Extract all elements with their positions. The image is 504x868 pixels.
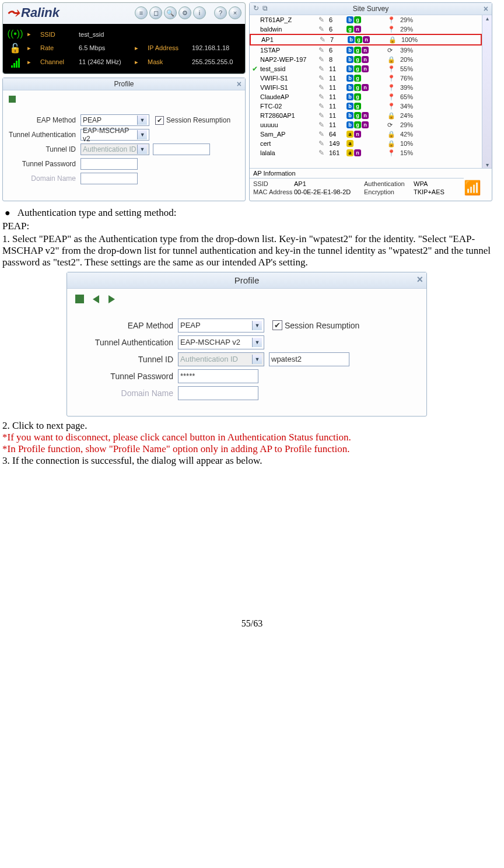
eap-method-label: EAP Method xyxy=(9,116,80,124)
survey-row[interactable]: FTC-02✎11bg📍34% xyxy=(250,102,482,111)
toolbar-list-icon[interactable]: ≡ xyxy=(135,6,148,19)
bullet-icon: ● xyxy=(5,207,10,219)
eap-method-label: EAP Method xyxy=(78,321,178,330)
tunnel-auth-select[interactable]: EAP-MSCHAP v2▼ xyxy=(80,129,149,141)
survey-row[interactable]: AP1✎7bgn🔒100% xyxy=(250,34,482,46)
survey-row[interactable]: ✔test_ssid✎11bgn📍55% xyxy=(250,64,482,74)
session-resumption-checkbox[interactable]: ✔ xyxy=(155,116,164,125)
tunnel-id-input[interactable]: wpatest2 xyxy=(269,352,349,366)
page-number: 55/63 xyxy=(2,618,502,629)
toolbar-info-icon[interactable]: i xyxy=(193,6,206,19)
survey-row[interactable]: RT61AP_Z✎6bg📍29% xyxy=(250,15,482,24)
session-resumption-label: Session Resumption xyxy=(285,321,359,330)
tunnel-password-input[interactable] xyxy=(80,158,138,170)
close-icon[interactable]: × xyxy=(237,79,242,89)
profile-window-big: Profile × EAP Method PEAP▼ ✔ Session Res… xyxy=(66,272,427,416)
profile-title: Profile xyxy=(235,275,260,285)
tunnel-id-input[interactable] xyxy=(153,144,210,155)
profile-tool-icon[interactable] xyxy=(9,96,16,103)
tunnel-id-type-select: Authentication ID▼ xyxy=(178,352,264,366)
toolbar-search-icon[interactable]: 🔍 xyxy=(164,6,177,19)
wifi-icon: 📶 xyxy=(464,180,481,196)
survey-row[interactable]: VWIFI-S1✎11bgn📍39% xyxy=(250,83,482,92)
survey-row[interactable]: uuuuu✎11bgn⟳29% xyxy=(250,120,482,130)
connection-info: ▸SSIDtest_ssid ▸Rate6.5 Mbps ▸IP Address… xyxy=(27,29,244,68)
close-icon[interactable]: × xyxy=(484,4,488,13)
toolbar-close-icon[interactable]: × xyxy=(229,6,242,19)
survey-list[interactable]: RT61AP_Z✎6bg📍29%baldwin✎6gn📍29%AP1✎7bgn🔒… xyxy=(250,15,482,168)
survey-row[interactable]: Sam_AP✎64an🔒42% xyxy=(250,130,482,139)
session-resumption-label: Session Resumption xyxy=(166,116,230,124)
chevron-down-icon[interactable]: ▼ xyxy=(137,130,147,139)
lock-open-icon: 🔓 xyxy=(9,43,21,54)
tunnel-id-label: Tunnel ID xyxy=(9,145,80,153)
domain-name-input[interactable] xyxy=(178,386,258,400)
session-resumption-checkbox[interactable]: ✔ xyxy=(272,320,282,330)
toolbar-gear-icon[interactable]: ⚙ xyxy=(178,6,191,19)
survey-row[interactable]: RT2860AP1✎11bgn🔒24% xyxy=(250,111,482,120)
next-arrow-icon[interactable] xyxy=(108,295,115,303)
close-icon[interactable]: × xyxy=(416,274,423,286)
chevron-down-icon[interactable]: ▼ xyxy=(137,116,147,125)
peap-heading: PEAP: xyxy=(2,220,502,232)
signal-bars xyxy=(11,57,20,68)
survey-row[interactable]: VWIFI-S1✎11bg📍76% xyxy=(250,74,482,83)
tunnel-auth-label: Tunnel Authentication xyxy=(78,338,178,347)
ap-info: SSIDAP1 AuthenticationWPA MAC Address00-… xyxy=(250,178,464,197)
tunnel-id-type-select: Authentication ID▼ xyxy=(80,144,149,155)
antenna-icon: ((•)) xyxy=(8,29,23,39)
eap-method-select[interactable]: PEAP▼ xyxy=(80,114,149,126)
survey-row[interactable]: baldwin✎6gn📍29% xyxy=(250,24,482,34)
toolbar-stop-icon[interactable]: ◻ xyxy=(149,6,162,19)
auth-heading: Authentication type and setting method: xyxy=(18,207,177,219)
tunnel-auth-label: Tunnel Authentication xyxy=(9,131,80,139)
domain-name-label: Domain Name xyxy=(9,174,80,183)
tunnel-password-label: Tunnel Password xyxy=(78,372,178,381)
tunnel-password-label: Tunnel Password xyxy=(9,160,80,168)
step-2: 2. Click to next page. xyxy=(2,420,502,432)
list-icon[interactable]: ⧉ xyxy=(262,4,268,12)
eap-method-select[interactable]: PEAP▼ xyxy=(178,318,264,332)
ralink-logo: ⤳Ralink xyxy=(6,5,60,20)
survey-row[interactable]: cert✎149a🔒10% xyxy=(250,139,482,148)
domain-name-label: Domain Name xyxy=(78,388,178,398)
ap-info-header: AP Information xyxy=(250,168,492,178)
survey-row[interactable]: lalala✎161an📍15% xyxy=(250,148,482,158)
toolbar-help-icon[interactable]: ? xyxy=(214,6,227,19)
note-2: *In Profile function, show "Profile Name… xyxy=(2,443,502,455)
tunnel-password-input[interactable]: ***** xyxy=(178,369,258,383)
tunnel-id-label: Tunnel ID xyxy=(78,355,178,364)
chevron-down-icon[interactable]: ▼ xyxy=(252,338,262,347)
domain-name-input[interactable] xyxy=(80,173,138,184)
profile-window-small: Profile × EAP Method PEAP▼ ✔ Session Res… xyxy=(2,78,246,201)
survey-row[interactable]: ClaudeAP✎11bg📍65% xyxy=(250,92,482,102)
prev-arrow-icon[interactable] xyxy=(93,295,99,303)
survey-row[interactable]: 1STAP✎6bgn⟳39% xyxy=(250,46,482,55)
tunnel-auth-select[interactable]: EAP-MSCHAP v2▼ xyxy=(178,335,264,349)
step-3: 3. If the connection is successful, the … xyxy=(2,455,502,467)
chevron-down-icon[interactable]: ▼ xyxy=(252,321,262,330)
scrollbar[interactable]: ▴ ▾ xyxy=(482,15,492,168)
step-1: 1. Select "PEAP" as the Authentication t… xyxy=(2,233,502,268)
chevron-down-icon: ▼ xyxy=(252,355,262,364)
profile-title: Profile xyxy=(114,80,134,88)
profile-tool-icon[interactable] xyxy=(75,295,84,303)
ralink-panel: ⤳Ralink ≡ ◻ 🔍 ⚙ i ? × ((•)) 🔓 xyxy=(2,2,246,74)
site-survey-title: Site Survey xyxy=(353,5,388,13)
refresh-icon[interactable]: ↻ xyxy=(253,4,259,12)
chevron-down-icon: ▼ xyxy=(137,145,147,154)
survey-row[interactable]: NAP2-WEP-197✎8bgn🔒20% xyxy=(250,55,482,64)
note-1: *If you want to disconnect, please click… xyxy=(2,432,502,443)
site-survey-window: ↻ ⧉ Site Survey × RT61AP_Z✎6bg📍29%baldwi… xyxy=(249,2,492,201)
